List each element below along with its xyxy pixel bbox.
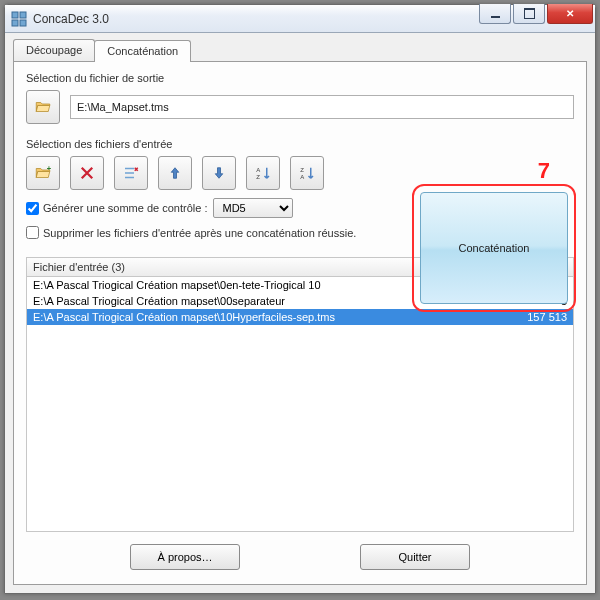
annotation-highlight: Concaténation xyxy=(412,184,576,312)
move-up-button[interactable] xyxy=(158,156,192,190)
svg-rect-0 xyxy=(12,12,18,18)
sort-asc-icon: AZ xyxy=(254,164,272,182)
arrow-down-icon xyxy=(210,164,228,182)
sort-desc-button[interactable]: ZA xyxy=(290,156,324,190)
app-window: ConcaDec 3.0 Découpage Concaténation Sél… xyxy=(4,4,596,594)
folder-open-icon xyxy=(34,98,52,116)
tab-decoupage[interactable]: Découpage xyxy=(13,39,95,61)
delete-after-label: Supprimer les fichiers d'entrée après un… xyxy=(43,227,356,239)
move-down-button[interactable] xyxy=(202,156,236,190)
titlebar: ConcaDec 3.0 xyxy=(5,5,595,33)
browse-output-button[interactable] xyxy=(26,90,60,124)
clear-list-icon xyxy=(122,164,140,182)
sort-asc-button[interactable]: AZ xyxy=(246,156,280,190)
close-button[interactable] xyxy=(547,4,593,24)
add-files-button[interactable]: + xyxy=(26,156,60,190)
app-icon xyxy=(11,11,27,27)
about-button[interactable]: À propos… xyxy=(130,544,240,570)
svg-text:+: + xyxy=(47,164,52,173)
sort-desc-icon: ZA xyxy=(298,164,316,182)
svg-text:A: A xyxy=(300,174,304,180)
maximize-button[interactable] xyxy=(513,4,545,24)
svg-text:Z: Z xyxy=(300,167,304,173)
checksum-label: Générer une somme de contrôle : xyxy=(43,202,207,214)
tab-panel: Sélection du fichier de sortie Sélection… xyxy=(13,61,587,585)
svg-rect-1 xyxy=(20,12,26,18)
tab-concatenation[interactable]: Concaténation xyxy=(94,40,191,62)
input-section-label: Sélection des fichiers d'entrée xyxy=(26,138,574,150)
clear-files-button[interactable] xyxy=(114,156,148,190)
delete-after-checkbox[interactable] xyxy=(26,226,39,239)
checksum-algo-select[interactable]: MD5 xyxy=(213,198,293,218)
output-path-input[interactable] xyxy=(70,95,574,119)
file-list[interactable]: E:\A Pascal Triogical Création mapset\0e… xyxy=(26,277,574,532)
svg-rect-2 xyxy=(12,20,18,26)
minimize-button[interactable] xyxy=(479,4,511,24)
quit-button[interactable]: Quitter xyxy=(360,544,470,570)
folder-add-icon: + xyxy=(34,164,52,182)
svg-rect-3 xyxy=(20,20,26,26)
svg-text:A: A xyxy=(256,167,260,173)
svg-text:Z: Z xyxy=(256,174,260,180)
concatenate-button[interactable]: Concaténation xyxy=(420,192,568,304)
arrow-up-icon xyxy=(166,164,184,182)
remove-file-button[interactable] xyxy=(70,156,104,190)
annotation-7: 7 xyxy=(538,158,550,184)
delete-icon xyxy=(78,164,96,182)
checksum-checkbox[interactable] xyxy=(26,202,39,215)
output-section-label: Sélection du fichier de sortie xyxy=(26,72,574,84)
window-title: ConcaDec 3.0 xyxy=(33,12,479,26)
col-header-file[interactable]: Fichier d'entrée (3) xyxy=(27,258,423,276)
tab-bar: Découpage Concaténation xyxy=(13,39,587,61)
